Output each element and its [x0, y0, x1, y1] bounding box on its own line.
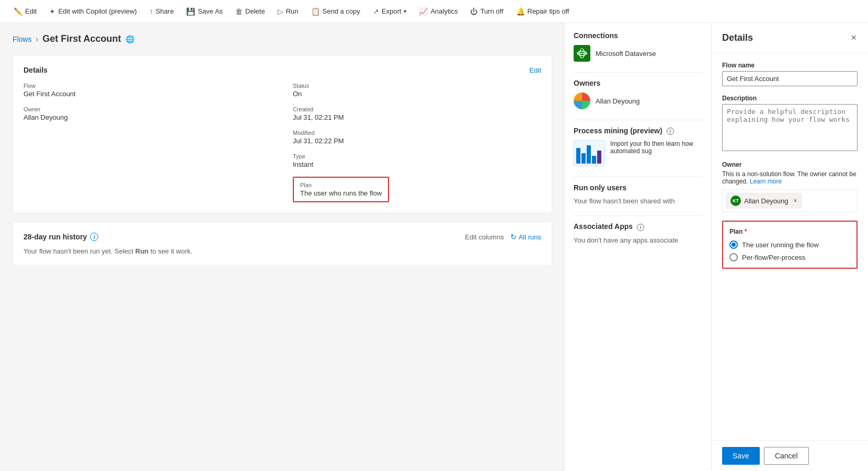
details-edit-link[interactable]: Edit	[530, 66, 541, 74]
globe-icon[interactable]: 🌐	[125, 35, 134, 43]
export-button[interactable]: ↗ Export ▾	[368, 4, 412, 19]
flow-name-field-group: Flow name	[722, 62, 858, 86]
divider-2	[574, 120, 703, 120]
owner-tag-container: KT Allan Deyoung ×	[722, 189, 858, 212]
run-icon: ▷	[278, 7, 283, 16]
owner-label: Owner	[722, 161, 858, 168]
bar-1	[576, 148, 580, 164]
radio-per-flow[interactable]	[729, 253, 738, 261]
connections-section: Connections Microsoft Dataverse	[574, 31, 703, 62]
run-history-header: 28-day run history i Edit columns ↻ All …	[24, 233, 541, 241]
export-icon: ↗	[373, 7, 379, 16]
edit-copilot-button[interactable]: ✦ Edit with Copilot (preview)	[44, 4, 142, 19]
save-button[interactable]: Save	[722, 447, 760, 465]
toolbar: ✏️ Edit ✦ Edit with Copilot (preview) ↑ …	[0, 0, 868, 23]
divider-4	[574, 215, 703, 216]
send-copy-button[interactable]: 📋 Send a copy	[306, 4, 366, 19]
owner-note: This is a non-solution flow. The owner c…	[722, 170, 858, 185]
analytics-button[interactable]: 📈 Analytics	[414, 4, 463, 19]
dataverse-icon	[574, 45, 590, 62]
radio-user-running[interactable]	[729, 240, 738, 249]
main-layout: Flows › Get First Account 🌐 Details Edit…	[0, 23, 868, 471]
description-field-group: Description	[722, 95, 858, 153]
associated-apps-section: Associated Apps i You don't have any app…	[574, 222, 703, 244]
turn-off-button[interactable]: ⏻ Turn off	[465, 4, 508, 19]
delete-button[interactable]: 🗑 Delete	[230, 4, 270, 19]
details-panel: Details × Flow name Description Owner Th…	[711, 23, 868, 471]
details-panel-body: Flow name Description Owner This is a no…	[712, 53, 868, 440]
share-icon: ↑	[150, 7, 153, 16]
owner-item: Allan Deyoung	[574, 93, 703, 109]
send-copy-icon: 📋	[311, 7, 320, 16]
edit-columns-link[interactable]: Edit columns	[465, 233, 504, 241]
process-mining-content: Import your flo then learn how automated…	[574, 140, 703, 166]
breadcrumb-flows-link[interactable]: Flows	[13, 35, 32, 43]
details-card-title: Details	[24, 66, 48, 74]
details-card-header: Details Edit	[24, 66, 541, 74]
refresh-icon: ↻	[510, 233, 517, 241]
connection-name: Microsoft Dataverse	[596, 50, 656, 58]
bar-4	[592, 156, 596, 164]
owner-learn-more-link[interactable]: Learn more	[750, 178, 782, 185]
divider-1	[574, 72, 703, 73]
run-history-title: 28-day run history i	[24, 233, 98, 241]
export-chevron-icon: ▾	[404, 8, 406, 14]
connection-item: Microsoft Dataverse	[574, 45, 703, 62]
breadcrumb: Flows › Get First Account 🌐	[13, 33, 552, 44]
cancel-button[interactable]: Cancel	[764, 447, 809, 465]
analytics-icon: 📈	[419, 7, 428, 16]
process-mining-section: Process mining (preview) i Import your f…	[574, 127, 703, 166]
owner-tag-remove-button[interactable]: ×	[794, 197, 797, 204]
detail-plan: Plan The user who runs the flow	[293, 177, 541, 202]
details-panel-close-button[interactable]: ×	[850, 31, 858, 44]
process-mining-info-icon[interactable]: i	[667, 128, 674, 135]
edit-icon: ✏️	[14, 7, 22, 16]
details-card: Details Edit Flow Get First Account Owne…	[13, 55, 552, 213]
owner-tag: KT Allan Deyoung ×	[726, 193, 802, 209]
all-runs-link[interactable]: ↻ All runs	[510, 233, 541, 241]
details-panel-footer: Save Cancel	[712, 440, 868, 471]
plan-option-user-running[interactable]: The user running the flow	[729, 240, 850, 249]
save-as-icon: 💾	[186, 7, 195, 16]
description-textarea[interactable]	[722, 104, 858, 151]
owner-tag-avatar: KT	[730, 196, 741, 206]
run-button[interactable]: ▷ Run	[272, 4, 304, 19]
edit-button[interactable]: ✏️ Edit	[8, 4, 42, 19]
detail-created: Created Jul 31, 02:21 PM	[293, 106, 541, 121]
share-button[interactable]: ↑ Share	[144, 4, 179, 19]
bar-5	[597, 151, 601, 164]
run-history-card: 28-day run history i Edit columns ↻ All …	[13, 222, 552, 266]
save-as-button[interactable]: 💾 Save As	[181, 4, 228, 19]
plan-label: Plan *	[729, 228, 850, 235]
owners-section: Owners Allan Deyoung	[574, 79, 703, 109]
associated-apps-empty: You don't have any apps associate	[574, 236, 703, 244]
run-history-info-icon[interactable]: i	[90, 233, 98, 241]
description-label: Description	[722, 95, 858, 102]
breadcrumb-current: Get First Account	[42, 33, 121, 44]
run-history-actions: Edit columns ↻ All runs	[465, 233, 541, 241]
process-thumb	[574, 140, 605, 166]
plan-field-group: Plan * The user running the flow Per-flo…	[722, 221, 858, 269]
bar-2	[581, 153, 586, 164]
process-mining-text: Import your flo then learn how automated…	[610, 140, 703, 155]
detail-flow: Flow Get First Account	[24, 83, 272, 98]
details-grid: Flow Get First Account Owner Allan Deyou…	[24, 83, 541, 202]
copilot-icon: ✦	[49, 7, 55, 16]
associated-apps-info-icon[interactable]: i	[637, 224, 644, 231]
run-only-empty: Your flow hasn't been shared with	[574, 197, 703, 205]
run-history-empty: Your flow hasn't been run yet. Select Ru…	[24, 247, 541, 255]
bar-3	[587, 145, 591, 164]
run-only-users-section: Run only users Your flow hasn't been sha…	[574, 183, 703, 205]
repair-tips-icon: 🔔	[516, 7, 525, 16]
detail-modified: Modified Jul 31, 02:22 PM	[293, 130, 541, 145]
plan-option-per-flow[interactable]: Per-flow/Per-process	[729, 253, 850, 261]
owner-tag-name: Allan Deyoung	[744, 197, 789, 205]
details-panel-title: Details	[722, 32, 753, 43]
repair-tips-button[interactable]: 🔔 Repair tips off	[511, 4, 575, 19]
right-panel: Connections Microsoft Dataverse Owners	[565, 23, 711, 471]
detail-owner: Owner Allan Deyoung	[24, 106, 272, 121]
flow-name-input[interactable]	[722, 71, 858, 86]
detail-type: Type Instant	[293, 153, 541, 168]
divider-3	[574, 177, 703, 177]
flow-name-label: Flow name	[722, 62, 858, 69]
